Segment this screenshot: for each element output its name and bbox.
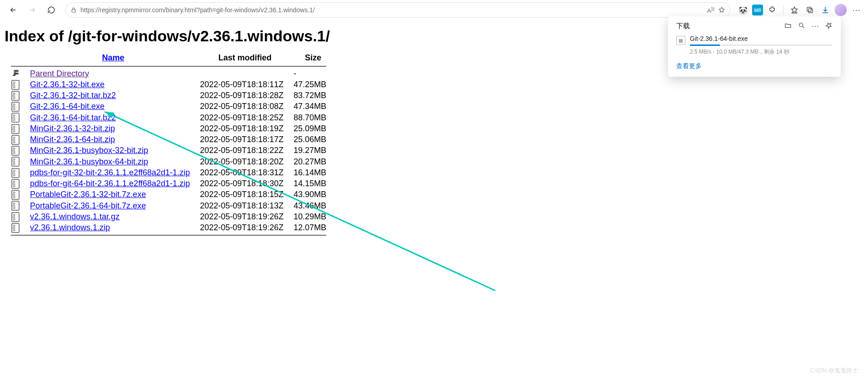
modified-cell: 2022-05-09T18:18:11Z bbox=[198, 79, 292, 90]
table-row: 100110pdbs-for-git-64-bit-2.36.1.1.e2ff6… bbox=[9, 178, 334, 189]
forward-button[interactable] bbox=[25, 2, 40, 18]
favorite-icon[interactable] bbox=[718, 6, 725, 14]
table-row: 100110Git-2.36.1-32-bit.tar.bz22022-05-0… bbox=[9, 90, 334, 101]
table-row: 100110v2.36.1.windows.1.tar.gz2022-05-09… bbox=[9, 211, 334, 222]
table-row: 100110Git-2.36.1-64-bit.exe2022-05-09T18… bbox=[9, 101, 334, 112]
svg-point-3 bbox=[14, 70, 19, 72]
more-icon[interactable]: ⋯ bbox=[812, 22, 819, 30]
file-link[interactable]: Git-2.36.1-32-bit.tar.bz2 bbox=[30, 91, 116, 100]
binary-file-icon: 100110 bbox=[11, 212, 20, 222]
file-link[interactable]: MinGit-2.36.1-64-bit.zip bbox=[30, 135, 115, 144]
size-cell: 16.14MB bbox=[292, 167, 334, 178]
open-folder-icon[interactable] bbox=[784, 22, 792, 30]
refresh-button[interactable] bbox=[44, 2, 59, 18]
svg-text:10: 10 bbox=[13, 229, 15, 232]
svg-text:10: 10 bbox=[13, 207, 15, 209]
svg-rect-2 bbox=[808, 9, 813, 13]
bilibili-ext-icon[interactable]: bili bbox=[752, 5, 763, 15]
back-button[interactable] bbox=[5, 2, 21, 18]
binary-file-icon: 100110 bbox=[11, 91, 20, 101]
col-name[interactable]: Name bbox=[102, 53, 124, 62]
lock-icon bbox=[70, 7, 77, 13]
panda-ext-icon[interactable]: 🐼 bbox=[737, 4, 749, 16]
binary-file-icon: 100110 bbox=[11, 146, 20, 156]
download-item[interactable]: ▦ Git-2.36.1-64-bit.exe 2.5 MB/s - 10.0 … bbox=[676, 35, 833, 56]
svg-text:10: 10 bbox=[13, 163, 15, 165]
file-link[interactable]: PortableGit-2.36.1-32-bit.7z.exe bbox=[30, 190, 146, 199]
size-cell: - bbox=[292, 68, 334, 79]
size-cell: 47.25MB bbox=[292, 79, 334, 90]
modified-cell: 2022-05-09T18:18:31Z bbox=[198, 167, 292, 178]
more-button[interactable]: ⋯ bbox=[850, 4, 863, 16]
svg-text:10: 10 bbox=[13, 97, 15, 99]
file-link[interactable]: MinGit-2.36.1-busybox-64-bit.zip bbox=[30, 157, 148, 166]
binary-file-icon: 100110 bbox=[11, 179, 20, 189]
binary-file-icon: 100110 bbox=[11, 80, 20, 90]
file-listing-table: Name Last modified Size Parent Directory… bbox=[9, 51, 334, 237]
modified-cell: 2022-05-09T18:19:26Z bbox=[198, 223, 292, 233]
file-link[interactable]: Git-2.36.1-32-bit.exe bbox=[30, 80, 105, 89]
file-link[interactable]: v2.36.1.windows.1.zip bbox=[30, 223, 110, 232]
file-link[interactable]: Git-2.36.1-64-bit.tar.bz2 bbox=[30, 113, 116, 122]
view-more-link[interactable]: 查看更多 bbox=[676, 62, 702, 69]
search-icon[interactable] bbox=[798, 22, 805, 30]
download-stats: 2.5 MB/s - 10.0 MB/47.3 MB，剩余 14 秒 bbox=[690, 48, 833, 56]
binary-file-icon: 100110 bbox=[11, 124, 20, 134]
pin-icon[interactable] bbox=[825, 22, 833, 30]
file-link[interactable]: pdbs-for-git-64-bit-2.36.1.1.e2ff68a2d1-… bbox=[30, 179, 190, 188]
svg-rect-0 bbox=[72, 10, 75, 12]
back-icon bbox=[11, 69, 20, 79]
binary-file-icon: 100110 bbox=[11, 168, 20, 178]
svg-text:10: 10 bbox=[13, 141, 15, 143]
size-cell: 83.72MB bbox=[292, 90, 334, 101]
extensions-icon[interactable] bbox=[766, 4, 778, 16]
svg-rect-1 bbox=[807, 7, 811, 11]
modified-cell: 2022-05-09T18:18:15Z bbox=[198, 189, 292, 200]
size-cell: 19.27MB bbox=[292, 145, 334, 156]
modified-cell: 2022-05-09T18:18:08Z bbox=[198, 101, 292, 112]
svg-text:10: 10 bbox=[13, 130, 15, 133]
url-text: https://registry.npmmirror.com/binary.ht… bbox=[80, 6, 703, 14]
progress-bar bbox=[690, 45, 833, 46]
svg-text:10: 10 bbox=[13, 119, 15, 121]
col-modified: Last modified bbox=[198, 51, 292, 64]
size-cell: 10.29MB bbox=[292, 211, 334, 222]
download-filename: Git-2.36.1-64-bit.exe bbox=[690, 35, 833, 42]
svg-text:10: 10 bbox=[13, 196, 15, 198]
table-row: 100110v2.36.1.windows.1.zip2022-05-09T18… bbox=[9, 223, 334, 233]
profile-avatar[interactable] bbox=[834, 4, 847, 16]
collections-icon[interactable] bbox=[803, 4, 816, 16]
size-cell: 88.70MB bbox=[292, 112, 334, 123]
address-bar[interactable]: https://registry.npmmirror.com/binary.ht… bbox=[65, 2, 730, 18]
watermark: CSDN @鬼鬼骑士 bbox=[810, 366, 858, 375]
binary-file-icon: 100110 bbox=[11, 201, 20, 211]
modified-cell: 2022-05-09T18:18:25Z bbox=[198, 112, 292, 123]
file-link[interactable]: MinGit-2.36.1-32-bit.zip bbox=[30, 124, 115, 133]
table-row: 100110Git-2.36.1-64-bit.tar.bz22022-05-0… bbox=[9, 112, 334, 123]
svg-text:10: 10 bbox=[13, 185, 15, 188]
size-cell: 43.46MB bbox=[292, 200, 334, 211]
size-cell: 12.07MB bbox=[292, 223, 334, 233]
binary-file-icon: 100110 bbox=[11, 157, 20, 167]
svg-text:10: 10 bbox=[13, 86, 15, 89]
size-cell: 14.15MB bbox=[292, 178, 334, 189]
svg-text:10: 10 bbox=[13, 152, 15, 154]
file-link[interactable]: pdbs-for-git-32-bit-2.36.1.1.e2ff68a2d1-… bbox=[30, 168, 190, 177]
file-link[interactable]: v2.36.1.windows.1.tar.gz bbox=[30, 212, 120, 221]
file-link[interactable]: PortableGit-2.36.1-64-bit.7z.exe bbox=[30, 201, 146, 210]
file-link[interactable]: Git-2.36.1-64-bit.exe bbox=[30, 102, 105, 111]
size-cell: 20.27MB bbox=[292, 156, 334, 167]
table-row: 100110MinGit-2.36.1-busybox-64-bit.zip20… bbox=[9, 156, 334, 167]
binary-file-icon: 100110 bbox=[11, 223, 20, 233]
col-size: Size bbox=[292, 51, 334, 64]
size-cell: 43.90MB bbox=[292, 189, 334, 200]
modified-cell: 2022-05-09T18:18:13Z bbox=[198, 200, 292, 211]
table-row: 100110PortableGit-2.36.1-32-bit.7z.exe20… bbox=[9, 189, 334, 200]
downloads-panel: 下载 ⋯ ▦ Git-2.36.1-64-bit.exe 2.5 MB/s - … bbox=[668, 16, 841, 77]
downloads-icon[interactable] bbox=[819, 4, 832, 16]
modified-cell: 2022-05-09T18:19:26Z bbox=[198, 211, 292, 222]
read-aloud-icon[interactable]: A)) bbox=[707, 6, 714, 14]
favorites-bar-icon[interactable] bbox=[788, 4, 801, 16]
file-link[interactable]: MinGit-2.36.1-busybox-32-bit.zip bbox=[30, 146, 148, 155]
parent-dir-link[interactable]: Parent Directory bbox=[30, 69, 89, 78]
